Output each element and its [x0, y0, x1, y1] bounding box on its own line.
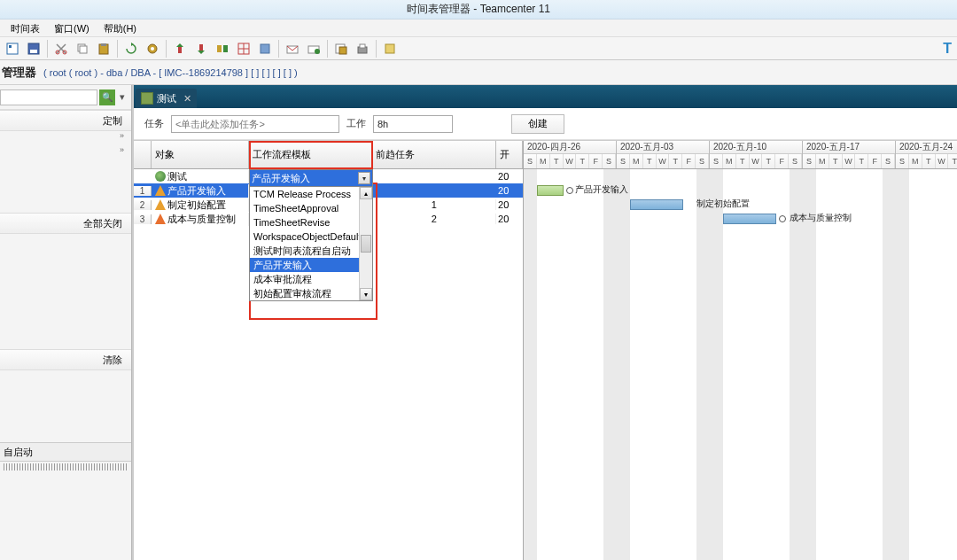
- search-icon[interactable]: 🔍: [99, 89, 115, 105]
- close-icon[interactable]: ✕: [183, 93, 191, 105]
- tab-label: 测试: [157, 92, 176, 105]
- menu-help[interactable]: 帮助(H): [97, 20, 144, 36]
- col-predecessor[interactable]: 前趋任务: [372, 141, 496, 168]
- day-cell: T: [643, 154, 657, 168]
- combo-option[interactable]: 测试时间表流程自启动: [250, 244, 372, 258]
- col-object[interactable]: 对象: [152, 141, 249, 168]
- breadcrumb-bar: 管理器 ( root ( root ) - dba / DBA - [ IMC-…: [0, 60, 957, 85]
- tool-gear-icon[interactable]: [143, 39, 162, 58]
- left-section-custom[interactable]: 定制: [0, 110, 131, 131]
- combo-option[interactable]: TimeSheetRevise: [250, 215, 372, 229]
- svg-rect-24: [339, 47, 346, 54]
- tool-b-icon[interactable]: [191, 39, 211, 58]
- task-form-row: 任务 工作 创建: [134, 108, 957, 140]
- left-autostart[interactable]: 自启动: [0, 442, 131, 462]
- tool-j-icon[interactable]: [380, 39, 400, 58]
- left-section-closeall[interactable]: 全部关闭: [0, 213, 131, 234]
- create-button[interactable]: 创建: [511, 114, 564, 134]
- milestone-node[interactable]: [566, 187, 573, 194]
- combo-selected[interactable]: 产品开发输入 ▾: [250, 170, 372, 186]
- svg-marker-12: [176, 43, 183, 47]
- tool-f-icon[interactable]: [283, 39, 302, 58]
- chevron-right-icon[interactable]: »: [0, 131, 131, 145]
- gantt-bar[interactable]: [723, 214, 776, 224]
- combo-option[interactable]: TCM Release Process: [250, 187, 372, 201]
- day-cell: T: [855, 154, 868, 168]
- tool-a-icon[interactable]: [170, 39, 190, 58]
- day-cell: T: [736, 154, 750, 168]
- resize-grip[interactable]: [4, 463, 128, 471]
- combo-option[interactable]: WorkspaceObjectDefault: [250, 229, 372, 244]
- col-rownum[interactable]: [134, 141, 152, 168]
- search-dropdown-icon[interactable]: ▾: [117, 89, 128, 105]
- gantt-bar[interactable]: [630, 199, 683, 210]
- tool-c-icon[interactable]: [213, 39, 232, 58]
- tool-save-icon[interactable]: [24, 39, 43, 58]
- work-label: 工作: [346, 117, 366, 130]
- task-grid: 对象 工作流程模板 前趋任务 开 测试201产品开发输入产品开发输入202制定初…: [134, 141, 524, 560]
- week-label: 2020-五月-10: [710, 141, 802, 154]
- gantt-body[interactable]: 产品开发输入制定初始配置成本与质量控制: [524, 169, 957, 560]
- tool-copy-icon[interactable]: [73, 39, 92, 58]
- combo-option[interactable]: 初始配置审核流程: [250, 286, 372, 300]
- combo-option[interactable]: 产品开发输入: [250, 258, 372, 272]
- combo-option[interactable]: TimeSheetApproval: [250, 201, 372, 215]
- workflow-combo[interactable]: 产品开发输入 ▾ ▴ ▾ TCM Release ProcessTimeShee…: [249, 169, 373, 301]
- tool-home-icon[interactable]: [3, 39, 22, 58]
- left-section-clear[interactable]: 清除: [0, 349, 131, 370]
- svg-rect-9: [101, 43, 106, 46]
- day-cell: T: [576, 154, 589, 168]
- menu-schedule[interactable]: 时间表: [4, 20, 47, 36]
- svg-rect-15: [199, 44, 203, 51]
- gantt-week: 2020-四月-26SMTWTFS: [524, 141, 617, 168]
- grid-header: 对象 工作流程模板 前趋任务 开: [134, 141, 523, 169]
- menu-window[interactable]: 窗口(W): [47, 20, 97, 36]
- tool-i-icon[interactable]: [353, 39, 372, 58]
- gantt-bar[interactable]: [537, 185, 564, 196]
- week-label: 2020-五月-03: [617, 141, 709, 154]
- tool-cut-icon[interactable]: [51, 39, 71, 58]
- svg-point-11: [151, 47, 154, 51]
- tool-refresh-icon[interactable]: [121, 39, 141, 58]
- svg-rect-16: [217, 45, 222, 52]
- world-icon: [155, 171, 166, 182]
- weekend-shade: [710, 169, 723, 560]
- chevron-right-icon[interactable]: »: [0, 145, 131, 159]
- task-input[interactable]: [171, 115, 339, 133]
- gantt-chart: 2020-四月-26SMTWTFS2020-五月-03SMTWTFS2020-五…: [524, 141, 957, 560]
- combo-list: ▴ ▾ TCM Release ProcessTimeSheetApproval…: [250, 186, 372, 300]
- scroll-down-icon[interactable]: ▾: [360, 288, 372, 300]
- tool-h-icon[interactable]: [331, 39, 351, 58]
- combo-option[interactable]: 成本审批流程: [250, 272, 372, 286]
- cell-object: 成本与质量控制: [152, 213, 249, 226]
- day-cell: S: [710, 154, 723, 168]
- tab-test[interactable]: 测试 ✕: [136, 89, 197, 108]
- tool-paste-icon[interactable]: [94, 39, 113, 58]
- combo-scrollbar[interactable]: ▴ ▾: [359, 187, 372, 300]
- work-input[interactable]: [373, 115, 453, 133]
- tab-strip: 测试 ✕: [134, 85, 957, 108]
- weekend-shade: [883, 169, 896, 560]
- week-label: 2020-四月-26: [524, 141, 616, 154]
- col-start[interactable]: 开: [496, 141, 523, 168]
- chevron-down-icon[interactable]: ▾: [358, 172, 370, 184]
- weekend-shade: [617, 169, 630, 560]
- toolbar: T: [0, 37, 957, 60]
- scroll-up-icon[interactable]: ▴: [360, 187, 372, 199]
- tool-e-icon[interactable]: [255, 39, 275, 58]
- weekend-shade: [696, 169, 710, 560]
- left-search-input[interactable]: [0, 89, 97, 105]
- row-number: 3: [134, 214, 152, 224]
- day-cell: S: [603, 154, 616, 168]
- scroll-thumb[interactable]: [361, 235, 371, 253]
- tool-d-icon[interactable]: [234, 39, 253, 58]
- col-workflow[interactable]: 工作流程模板: [249, 141, 373, 168]
- day-cell: S: [524, 154, 537, 168]
- brand-letter: T: [943, 41, 952, 57]
- milestone-node[interactable]: [779, 215, 786, 222]
- day-cell: T: [829, 154, 843, 168]
- svg-rect-13: [178, 47, 182, 53]
- tool-g-icon[interactable]: [304, 39, 323, 58]
- week-label: 2020-五月-17: [803, 141, 895, 154]
- svg-rect-19: [261, 44, 269, 53]
